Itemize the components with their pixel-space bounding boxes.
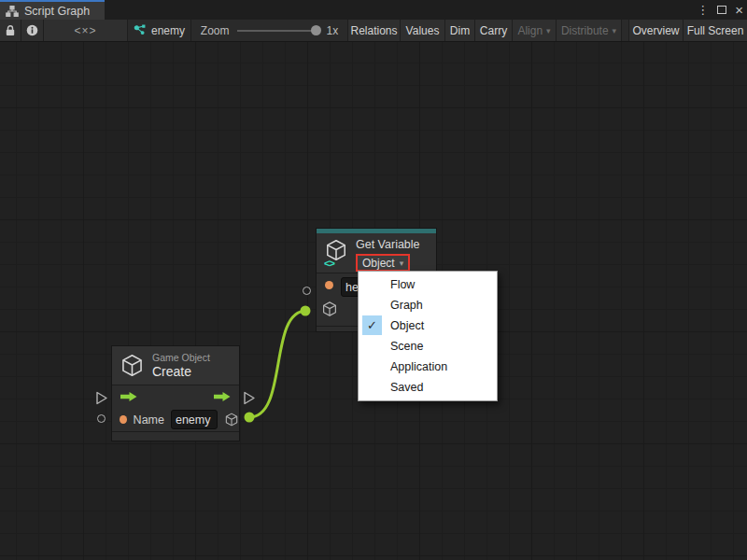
flow-out-arrow-icon[interactable] <box>212 391 233 402</box>
menu-item-saved[interactable]: Saved <box>359 377 497 398</box>
zoom-control: Zoom 1x <box>191 20 348 41</box>
info-icon <box>26 24 38 36</box>
variable-kind-menu: Flow Graph ✓ Object Scene Application Sa… <box>358 271 498 401</box>
graph-icon <box>134 24 147 36</box>
create-output-port-connected <box>245 413 255 423</box>
node-title: Create <box>152 364 210 379</box>
gameobject-cube-icon <box>120 353 145 378</box>
menu-item-graph[interactable]: Graph <box>359 295 497 315</box>
node-category: Game Object <box>152 352 210 364</box>
fullscreen-button[interactable]: Full Screen <box>684 20 747 41</box>
getvar-object-port-connected <box>301 306 311 316</box>
relations-button[interactable]: Relations <box>348 20 401 41</box>
chevron-down-icon: ▾ <box>400 259 404 268</box>
window-menu-icon[interactable]: ⋮ <box>697 0 709 20</box>
chevron-down-icon: ▾ <box>613 26 617 35</box>
title-bar: Script Graph ⋮ × <box>0 0 747 20</box>
distribute-button[interactable]: Distribute▾ <box>557 20 622 41</box>
gameobject-port-icon[interactable] <box>224 411 239 428</box>
zoom-label: Zoom <box>201 24 230 37</box>
window-controls: ⋮ × <box>697 0 743 20</box>
zoom-slider[interactable] <box>237 30 319 32</box>
flow-input-port[interactable] <box>95 391 108 405</box>
toolbar-spacer <box>622 20 629 41</box>
name-row: Name <box>112 408 239 431</box>
get-variable-header: <> Get Variable Object ▾ <box>317 233 436 273</box>
create-header: Game Object Create <box>112 346 239 385</box>
node-create-game-object[interactable]: Game Object Create Name <box>111 345 240 441</box>
variable-kind-dropdown[interactable]: Object ▾ <box>356 254 410 272</box>
flow-in-arrow-icon[interactable] <box>119 391 139 402</box>
maximize-icon[interactable] <box>717 6 726 14</box>
script-graph-window: Script Graph ⋮ × <×> <box>0 0 747 560</box>
lock-button[interactable] <box>0 20 21 41</box>
node-footer <box>112 432 239 441</box>
string-port-icon[interactable] <box>120 415 127 424</box>
graph-toolbar: <×> enemy Zoom 1x Relations Values <box>0 20 747 42</box>
breadcrumb-graph-name: enemy <box>151 24 185 37</box>
code-view-button[interactable]: <×> <box>44 20 128 41</box>
node-title: Get Variable <box>356 238 420 252</box>
code-icon: <×> <box>74 24 96 37</box>
menu-item-object[interactable]: ✓ Object <box>359 315 497 336</box>
menu-item-flow[interactable]: Flow <box>359 274 497 295</box>
flow-row <box>112 385 239 408</box>
menu-item-scene[interactable]: Scene <box>359 336 497 357</box>
lock-icon <box>5 24 16 36</box>
zoom-value: 1x <box>327 24 339 37</box>
code-brackets-icon: <> <box>324 258 334 269</box>
string-port-icon[interactable] <box>325 281 333 289</box>
overview-button[interactable]: Overview <box>629 20 684 41</box>
script-graph-icon <box>6 6 19 17</box>
check-icon: ✓ <box>362 315 382 335</box>
name-input-port[interactable] <box>97 414 106 423</box>
info-button[interactable] <box>21 20 44 41</box>
gameobject-port-icon[interactable] <box>321 301 338 317</box>
zoom-slider-handle[interactable] <box>311 25 321 35</box>
values-button[interactable]: Values <box>401 20 445 41</box>
chevron-down-icon: ▾ <box>546 26 551 35</box>
tab-script-graph[interactable]: Script Graph <box>0 0 105 20</box>
graph-breadcrumb[interactable]: enemy <box>128 20 191 41</box>
close-icon[interactable]: × <box>735 0 743 20</box>
variable-cube-icon: <> <box>324 238 350 266</box>
dim-button[interactable]: Dim <box>445 20 475 41</box>
graph-canvas[interactable]: <> Get Variable Object ▾ <box>0 42 747 560</box>
flow-output-port[interactable] <box>243 391 256 405</box>
carry-button[interactable]: Carry <box>475 20 513 41</box>
menu-item-application[interactable]: Application <box>359 357 497 377</box>
tab-title: Script Graph <box>24 5 90 18</box>
align-button[interactable]: Align▾ <box>513 20 557 41</box>
getvar-name-port[interactable] <box>303 287 311 295</box>
name-label: Name <box>134 413 164 427</box>
name-input[interactable] <box>171 410 218 429</box>
